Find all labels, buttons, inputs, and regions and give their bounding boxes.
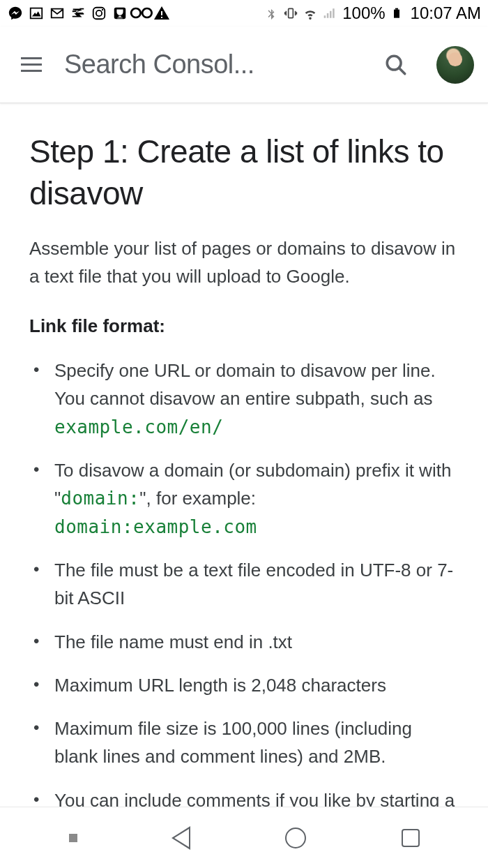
status-notification-icons: ⵔⵔ bbox=[7, 5, 170, 22]
nav-home-button[interactable] bbox=[285, 828, 306, 848]
bluetooth-icon bbox=[263, 5, 280, 22]
svg-point-2 bbox=[102, 9, 103, 10]
page-title-bar: Search Consol... bbox=[64, 50, 365, 80]
list-item: Maximum URL length is 2,048 characters bbox=[52, 671, 459, 699]
svg-rect-4 bbox=[289, 8, 293, 17]
svg-point-1 bbox=[96, 10, 102, 16]
zigzag-icon bbox=[70, 5, 86, 22]
warning-icon bbox=[153, 5, 170, 22]
bullet-list: Specify one URL or domain to disavow per… bbox=[29, 357, 459, 807]
article-intro: Assemble your list of pages or domains t… bbox=[29, 234, 459, 291]
menu-button[interactable] bbox=[21, 52, 47, 78]
messenger-icon bbox=[7, 5, 24, 22]
battery-percentage: 100% bbox=[342, 3, 385, 23]
search-button[interactable] bbox=[382, 51, 410, 79]
android-nav-bar bbox=[0, 807, 488, 868]
svg-rect-5 bbox=[394, 10, 399, 18]
battery-icon bbox=[388, 5, 405, 22]
status-system-icons: 100% 10:07 AM bbox=[263, 3, 481, 23]
article-subhead: Link file format: bbox=[29, 315, 459, 337]
photos-icon bbox=[28, 5, 45, 22]
svg-rect-6 bbox=[395, 8, 398, 10]
trophy-icon bbox=[112, 5, 128, 22]
instagram-icon bbox=[91, 5, 107, 22]
list-item: Specify one URL or domain to disavow per… bbox=[52, 357, 459, 441]
article-heading: Step 1: Create a list of links to disavo… bbox=[29, 131, 459, 215]
gmail-icon bbox=[49, 5, 66, 22]
svg-line-8 bbox=[399, 68, 405, 74]
android-status-bar: ⵔⵔ 100% 10:07 AM bbox=[0, 0, 488, 27]
list-item: To disavow a domain (or subdomain) prefi… bbox=[52, 456, 459, 541]
nav-drawer-handle[interactable] bbox=[69, 834, 77, 842]
list-item: You can include comments if you like by … bbox=[52, 786, 459, 807]
nav-back-button[interactable] bbox=[173, 828, 190, 848]
list-item: Maximum file size is 100,000 lines (incl… bbox=[52, 714, 459, 771]
clock: 10:07 AM bbox=[411, 3, 481, 23]
vibrate-icon bbox=[282, 5, 299, 22]
profile-avatar[interactable] bbox=[436, 46, 474, 84]
list-item: The file must be a text file encoded in … bbox=[52, 556, 459, 613]
app-bar: Search Consol... bbox=[0, 27, 488, 103]
article-content[interactable]: Step 1: Create a list of links to disavo… bbox=[0, 103, 488, 807]
nav-recent-button[interactable] bbox=[402, 829, 420, 847]
voicemail-icon: ⵔⵔ bbox=[132, 5, 149, 22]
list-item: The file name must end in .txt bbox=[52, 628, 459, 656]
wifi-icon bbox=[302, 5, 319, 22]
signal-icon bbox=[321, 5, 338, 22]
